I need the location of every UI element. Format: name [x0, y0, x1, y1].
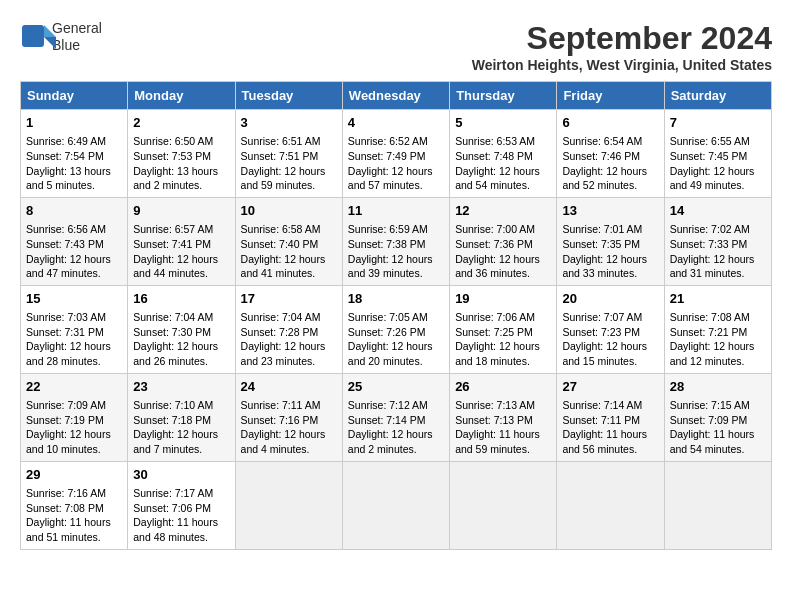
day-info: Sunrise: 7:09 AM	[26, 398, 122, 413]
day-info: Sunset: 7:31 PM	[26, 325, 122, 340]
day-info: Sunset: 7:33 PM	[670, 237, 766, 252]
calendar-cell: 27Sunrise: 7:14 AMSunset: 7:11 PMDayligh…	[557, 373, 664, 461]
calendar-cell: 9Sunrise: 6:57 AMSunset: 7:41 PMDaylight…	[128, 197, 235, 285]
day-info: Daylight: 11 hours	[455, 427, 551, 442]
week-row: 8Sunrise: 6:56 AMSunset: 7:43 PMDaylight…	[21, 197, 772, 285]
calendar-cell: 7Sunrise: 6:55 AMSunset: 7:45 PMDaylight…	[664, 110, 771, 198]
day-info: Sunset: 7:16 PM	[241, 413, 337, 428]
calendar-cell: 8Sunrise: 6:56 AMSunset: 7:43 PMDaylight…	[21, 197, 128, 285]
column-header-sunday: Sunday	[21, 82, 128, 110]
day-info: Sunset: 7:14 PM	[348, 413, 444, 428]
day-info: Sunrise: 7:11 AM	[241, 398, 337, 413]
day-info: Daylight: 12 hours	[670, 252, 766, 267]
day-info: and 56 minutes.	[562, 442, 658, 457]
day-info: Sunset: 7:38 PM	[348, 237, 444, 252]
day-info: Sunrise: 7:04 AM	[241, 310, 337, 325]
day-info: Daylight: 12 hours	[562, 164, 658, 179]
day-info: Sunset: 7:40 PM	[241, 237, 337, 252]
day-number: 29	[26, 466, 122, 484]
calendar-cell: 5Sunrise: 6:53 AMSunset: 7:48 PMDaylight…	[450, 110, 557, 198]
day-info: Sunrise: 7:10 AM	[133, 398, 229, 413]
day-number: 21	[670, 290, 766, 308]
day-number: 17	[241, 290, 337, 308]
calendar-cell: 4Sunrise: 6:52 AMSunset: 7:49 PMDaylight…	[342, 110, 449, 198]
day-number: 26	[455, 378, 551, 396]
day-info: Sunrise: 7:15 AM	[670, 398, 766, 413]
day-info: Daylight: 12 hours	[348, 339, 444, 354]
day-info: Sunset: 7:18 PM	[133, 413, 229, 428]
day-info: Sunrise: 6:57 AM	[133, 222, 229, 237]
day-info: and 33 minutes.	[562, 266, 658, 281]
day-number: 13	[562, 202, 658, 220]
day-number: 6	[562, 114, 658, 132]
column-header-wednesday: Wednesday	[342, 82, 449, 110]
column-header-thursday: Thursday	[450, 82, 557, 110]
calendar-cell: 19Sunrise: 7:06 AMSunset: 7:25 PMDayligh…	[450, 285, 557, 373]
day-info: Sunrise: 6:52 AM	[348, 134, 444, 149]
day-info: Sunrise: 6:54 AM	[562, 134, 658, 149]
day-info: and 54 minutes.	[670, 442, 766, 457]
day-number: 8	[26, 202, 122, 220]
week-row: 15Sunrise: 7:03 AMSunset: 7:31 PMDayligh…	[21, 285, 772, 373]
day-info: Sunrise: 6:56 AM	[26, 222, 122, 237]
calendar-cell: 15Sunrise: 7:03 AMSunset: 7:31 PMDayligh…	[21, 285, 128, 373]
day-info: and 36 minutes.	[455, 266, 551, 281]
day-info: Sunrise: 7:03 AM	[26, 310, 122, 325]
day-info: Sunrise: 7:00 AM	[455, 222, 551, 237]
day-info: Sunset: 7:25 PM	[455, 325, 551, 340]
day-info: Daylight: 12 hours	[241, 164, 337, 179]
day-number: 22	[26, 378, 122, 396]
day-info: Daylight: 12 hours	[670, 339, 766, 354]
day-info: Sunset: 7:21 PM	[670, 325, 766, 340]
day-number: 25	[348, 378, 444, 396]
day-info: Daylight: 12 hours	[670, 164, 766, 179]
day-number: 23	[133, 378, 229, 396]
calendar-cell: 21Sunrise: 7:08 AMSunset: 7:21 PMDayligh…	[664, 285, 771, 373]
calendar-cell: 24Sunrise: 7:11 AMSunset: 7:16 PMDayligh…	[235, 373, 342, 461]
day-info: Daylight: 12 hours	[133, 427, 229, 442]
svg-marker-1	[44, 25, 56, 37]
week-row: 29Sunrise: 7:16 AMSunset: 7:08 PMDayligh…	[21, 461, 772, 549]
day-number: 28	[670, 378, 766, 396]
day-info: Sunset: 7:11 PM	[562, 413, 658, 428]
day-info: Sunset: 7:53 PM	[133, 149, 229, 164]
day-info: Sunrise: 6:50 AM	[133, 134, 229, 149]
calendar-cell: 16Sunrise: 7:04 AMSunset: 7:30 PMDayligh…	[128, 285, 235, 373]
calendar-cell: 10Sunrise: 6:58 AMSunset: 7:40 PMDayligh…	[235, 197, 342, 285]
page-header: General Blue September 2024 Weirton Heig…	[20, 20, 772, 73]
day-info: Sunset: 7:26 PM	[348, 325, 444, 340]
day-info: and 20 minutes.	[348, 354, 444, 369]
calendar-cell: 23Sunrise: 7:10 AMSunset: 7:18 PMDayligh…	[128, 373, 235, 461]
day-info: Sunrise: 7:14 AM	[562, 398, 658, 413]
day-info: Daylight: 12 hours	[348, 427, 444, 442]
calendar-cell	[342, 461, 449, 549]
day-info: Daylight: 12 hours	[562, 252, 658, 267]
day-info: Sunrise: 7:05 AM	[348, 310, 444, 325]
day-info: Sunrise: 6:55 AM	[670, 134, 766, 149]
day-info: and 4 minutes.	[241, 442, 337, 457]
day-info: Sunset: 7:09 PM	[670, 413, 766, 428]
day-info: Sunset: 7:41 PM	[133, 237, 229, 252]
day-info: Daylight: 12 hours	[348, 252, 444, 267]
day-info: and 44 minutes.	[133, 266, 229, 281]
calendar-cell: 22Sunrise: 7:09 AMSunset: 7:19 PMDayligh…	[21, 373, 128, 461]
day-info: Sunset: 7:48 PM	[455, 149, 551, 164]
day-info: Sunset: 7:45 PM	[670, 149, 766, 164]
day-info: and 26 minutes.	[133, 354, 229, 369]
day-info: Sunrise: 6:59 AM	[348, 222, 444, 237]
day-number: 18	[348, 290, 444, 308]
day-info: Sunrise: 7:07 AM	[562, 310, 658, 325]
calendar-cell: 29Sunrise: 7:16 AMSunset: 7:08 PMDayligh…	[21, 461, 128, 549]
subtitle: Weirton Heights, West Virginia, United S…	[472, 57, 772, 73]
day-number: 3	[241, 114, 337, 132]
day-info: and 28 minutes.	[26, 354, 122, 369]
column-header-monday: Monday	[128, 82, 235, 110]
week-row: 1Sunrise: 6:49 AMSunset: 7:54 PMDaylight…	[21, 110, 772, 198]
calendar-cell: 28Sunrise: 7:15 AMSunset: 7:09 PMDayligh…	[664, 373, 771, 461]
logo-icon	[20, 23, 48, 51]
svg-rect-0	[22, 25, 44, 47]
day-info: and 57 minutes.	[348, 178, 444, 193]
day-number: 15	[26, 290, 122, 308]
day-info: and 2 minutes.	[348, 442, 444, 457]
week-row: 22Sunrise: 7:09 AMSunset: 7:19 PMDayligh…	[21, 373, 772, 461]
